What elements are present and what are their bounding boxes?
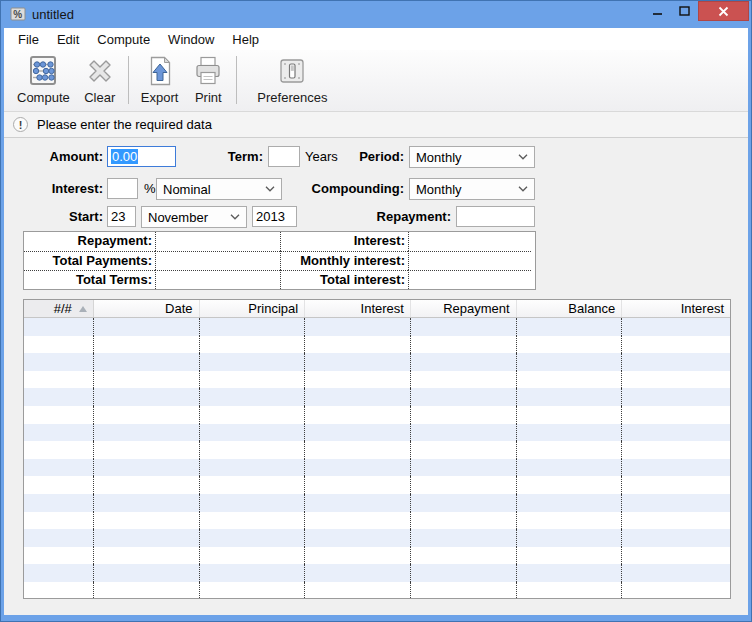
printer-icon [192,55,224,87]
client-area: File Edit Compute Window Help [4,28,748,615]
window-title: untitled [32,7,74,22]
interest-type-select[interactable]: Nominal [156,178,282,200]
table-cell [200,476,306,494]
percent-label: % [144,178,156,200]
table-cell [24,529,94,547]
table-cell [622,388,730,406]
toolbar-separator [128,56,129,104]
start-month-select[interactable]: November [141,206,247,228]
clear-label: Clear [84,90,115,105]
table-cell [24,512,94,530]
table-cell [94,424,200,442]
table-cell [411,424,517,442]
compounding-value: Monthly [416,182,462,197]
table-cell [517,336,623,354]
table-cell [622,406,730,424]
summary-monthly-interest-value [408,251,531,270]
table-cell [305,476,411,494]
svg-text:%: % [13,9,22,20]
column-header-balance[interactable]: Balance [517,300,623,317]
table-cell [517,547,623,565]
menu-file[interactable]: File [9,30,48,49]
table-cell [622,353,730,371]
table-cell [622,459,730,477]
table-cell [622,476,730,494]
table-cell [622,512,730,530]
table-cell [305,353,411,371]
period-select[interactable]: Monthly [409,146,535,168]
table-cell [305,371,411,389]
table-cell [24,371,94,389]
table-cell [305,564,411,582]
chevron-down-icon [518,154,528,160]
table-cell [411,476,517,494]
table-cell [305,406,411,424]
column-header-principal[interactable]: Principal [200,300,306,317]
interest-input[interactable] [107,178,138,199]
status-message: Please enter the required data [37,117,212,132]
toolbar: Compute Clear Export [4,50,748,112]
table-cell [411,459,517,477]
start-year-input[interactable]: 2013 [252,206,297,227]
table-cell [305,441,411,459]
compounding-label: Compounding: [306,178,404,200]
amount-value: 0.00 [111,149,138,164]
table-cell [24,564,94,582]
export-button[interactable]: Export [134,53,186,109]
table-cell [305,494,411,512]
menu-compute[interactable]: Compute [88,30,159,49]
period-label: Period: [331,146,404,168]
start-day-input[interactable]: 23 [107,206,136,227]
amount-input[interactable]: 0.00 [107,146,176,167]
column-header-number[interactable]: #/# [24,300,94,317]
summary-total-terms-value [155,270,280,289]
table-cell [305,424,411,442]
minimize-icon[interactable] [644,1,671,21]
menubar: File Edit Compute Window Help [4,28,748,50]
table-cell [94,336,200,354]
clear-button[interactable]: Clear [77,53,123,109]
table-cell [200,318,306,336]
table-cell [94,388,200,406]
table-cell [200,424,306,442]
table-cell [24,388,94,406]
table-cell [411,494,517,512]
table-cell [411,353,517,371]
term-input[interactable] [268,146,300,167]
preferences-label: Preferences [257,90,327,105]
table-cell [517,318,623,336]
compute-button[interactable]: Compute [10,53,77,109]
column-header-interest-2[interactable]: Interest [622,300,730,317]
start-month-value: November [148,210,208,225]
close-icon[interactable] [698,1,749,21]
table-row [24,406,730,424]
summary-repayment-value [155,232,280,251]
table-cell [411,388,517,406]
print-button[interactable]: Print [185,53,231,109]
titlebar[interactable]: % untitled [1,1,751,28]
table-cell [94,547,200,565]
preferences-button[interactable]: Preferences [250,53,334,109]
table-cell [200,336,306,354]
app-icon: % [10,6,26,22]
summary-monthly-interest-label: Monthly interest: [280,251,408,270]
column-header-interest[interactable]: Interest [305,300,411,317]
maximize-icon[interactable] [671,1,698,21]
table-row [24,353,730,371]
export-document-icon [144,55,176,87]
table-cell [411,582,517,599]
table-cell [622,318,730,336]
table-row [24,424,730,442]
summary-total-payments-label: Total Payments: [24,251,155,270]
table-cell [24,494,94,512]
table-cell [200,547,306,565]
repayment-input[interactable] [456,206,535,227]
menu-window[interactable]: Window [159,30,223,49]
menu-edit[interactable]: Edit [48,30,88,49]
print-label: Print [195,90,222,105]
column-header-date[interactable]: Date [94,300,200,317]
table-row [24,564,730,582]
menu-help[interactable]: Help [223,30,268,49]
compounding-select[interactable]: Monthly [409,178,535,200]
column-header-repayment[interactable]: Repayment [411,300,517,317]
